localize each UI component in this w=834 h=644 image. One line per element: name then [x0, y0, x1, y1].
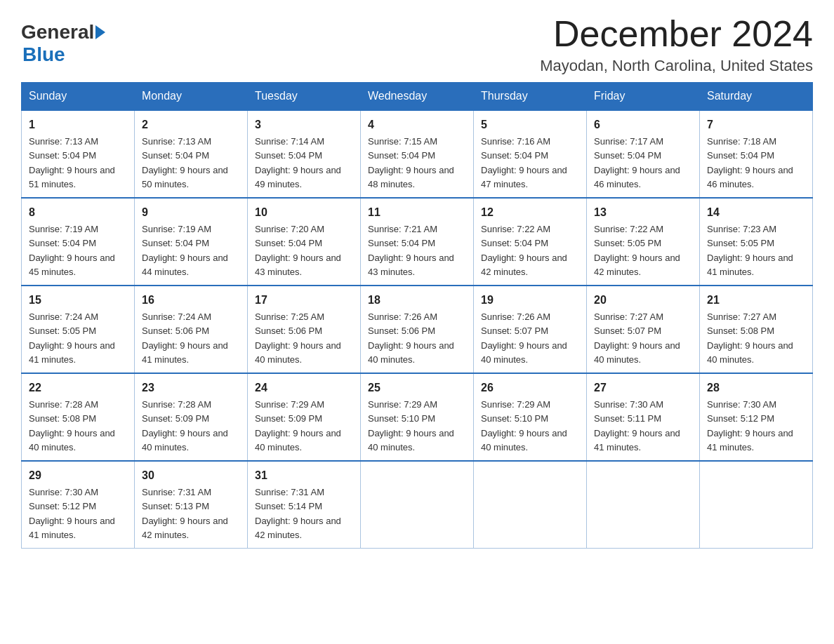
calendar-day-cell: 28 Sunrise: 7:30 AMSunset: 5:12 PMDaylig… — [700, 373, 813, 461]
calendar-day-cell: 29 Sunrise: 7:30 AMSunset: 5:12 PMDaylig… — [22, 461, 135, 549]
day-number: 14 — [707, 204, 805, 221]
calendar-day-cell: 17 Sunrise: 7:25 AMSunset: 5:06 PMDaylig… — [248, 286, 361, 373]
calendar-empty-cell — [361, 461, 474, 549]
calendar-day-cell: 3 Sunrise: 7:14 AMSunset: 5:04 PMDayligh… — [248, 110, 361, 198]
calendar-day-cell: 27 Sunrise: 7:30 AMSunset: 5:11 PMDaylig… — [587, 373, 700, 461]
day-number: 21 — [707, 292, 805, 309]
calendar-day-cell: 6 Sunrise: 7:17 AMSunset: 5:04 PMDayligh… — [587, 110, 700, 198]
day-info: Sunrise: 7:24 AMSunset: 5:05 PMDaylight:… — [29, 311, 115, 365]
location-subtitle: Mayodan, North Carolina, United States — [540, 57, 813, 75]
calendar-day-cell: 23 Sunrise: 7:28 AMSunset: 5:09 PMDaylig… — [135, 373, 248, 461]
day-number: 28 — [707, 380, 805, 396]
day-info: Sunrise: 7:22 AMSunset: 5:05 PMDaylight:… — [594, 224, 680, 277]
day-number: 17 — [255, 292, 353, 309]
day-info: Sunrise: 7:16 AMSunset: 5:04 PMDaylight:… — [481, 136, 567, 189]
day-info: Sunrise: 7:29 AMSunset: 5:09 PMDaylight:… — [255, 399, 341, 452]
calendar-day-cell: 30 Sunrise: 7:31 AMSunset: 5:13 PMDaylig… — [135, 461, 248, 549]
day-number: 22 — [29, 380, 127, 396]
day-info: Sunrise: 7:28 AMSunset: 5:08 PMDaylight:… — [29, 399, 115, 452]
header-monday: Monday — [135, 83, 248, 111]
calendar-day-cell: 26 Sunrise: 7:29 AMSunset: 5:10 PMDaylig… — [474, 373, 587, 461]
header-saturday: Saturday — [700, 83, 813, 111]
day-info: Sunrise: 7:31 AMSunset: 5:13 PMDaylight:… — [142, 487, 228, 540]
day-number: 7 — [707, 116, 805, 133]
calendar-day-cell: 19 Sunrise: 7:26 AMSunset: 5:07 PMDaylig… — [474, 286, 587, 373]
header-thursday: Thursday — [474, 83, 587, 111]
day-number: 27 — [594, 380, 692, 396]
calendar-week-row: 15 Sunrise: 7:24 AMSunset: 5:05 PMDaylig… — [22, 286, 813, 373]
calendar-day-cell: 13 Sunrise: 7:22 AMSunset: 5:05 PMDaylig… — [587, 198, 700, 286]
calendar-day-cell: 18 Sunrise: 7:26 AMSunset: 5:06 PMDaylig… — [361, 286, 474, 373]
calendar-empty-cell — [700, 461, 813, 549]
calendar-day-cell: 12 Sunrise: 7:22 AMSunset: 5:04 PMDaylig… — [474, 198, 587, 286]
day-number: 31 — [255, 467, 353, 484]
day-info: Sunrise: 7:29 AMSunset: 5:10 PMDaylight:… — [481, 399, 567, 452]
calendar-day-cell: 14 Sunrise: 7:23 AMSunset: 5:05 PMDaylig… — [700, 198, 813, 286]
day-number: 9 — [142, 204, 240, 221]
day-number: 25 — [368, 380, 466, 396]
day-info: Sunrise: 7:30 AMSunset: 5:11 PMDaylight:… — [594, 399, 680, 452]
day-number: 30 — [142, 467, 240, 484]
day-info: Sunrise: 7:27 AMSunset: 5:07 PMDaylight:… — [594, 311, 680, 365]
day-info: Sunrise: 7:28 AMSunset: 5:09 PMDaylight:… — [142, 399, 228, 452]
day-number: 2 — [142, 116, 240, 133]
day-number: 8 — [29, 204, 127, 221]
calendar-day-cell: 11 Sunrise: 7:21 AMSunset: 5:04 PMDaylig… — [361, 198, 474, 286]
day-number: 12 — [481, 204, 579, 221]
calendar-day-cell: 16 Sunrise: 7:24 AMSunset: 5:06 PMDaylig… — [135, 286, 248, 373]
day-number: 18 — [368, 292, 466, 309]
day-info: Sunrise: 7:23 AMSunset: 5:05 PMDaylight:… — [707, 224, 793, 277]
calendar-day-cell: 8 Sunrise: 7:19 AMSunset: 5:04 PMDayligh… — [22, 198, 135, 286]
day-number: 1 — [29, 116, 127, 133]
day-info: Sunrise: 7:27 AMSunset: 5:08 PMDaylight:… — [707, 311, 793, 365]
calendar-empty-cell — [474, 461, 587, 549]
day-info: Sunrise: 7:18 AMSunset: 5:04 PMDaylight:… — [707, 136, 793, 189]
day-number: 11 — [368, 204, 466, 221]
calendar-day-cell: 9 Sunrise: 7:19 AMSunset: 5:04 PMDayligh… — [135, 198, 248, 286]
day-info: Sunrise: 7:20 AMSunset: 5:04 PMDaylight:… — [255, 224, 341, 277]
calendar-day-cell: 25 Sunrise: 7:29 AMSunset: 5:10 PMDaylig… — [361, 373, 474, 461]
logo-blue-text: Blue — [22, 43, 65, 65]
day-number: 13 — [594, 204, 692, 221]
calendar-week-row: 29 Sunrise: 7:30 AMSunset: 5:12 PMDaylig… — [22, 461, 813, 549]
calendar-day-cell: 10 Sunrise: 7:20 AMSunset: 5:04 PMDaylig… — [248, 198, 361, 286]
day-number: 19 — [481, 292, 579, 309]
day-info: Sunrise: 7:30 AMSunset: 5:12 PMDaylight:… — [707, 399, 793, 452]
title-area: December 2024 Mayodan, North Carolina, U… — [540, 14, 813, 75]
day-number: 15 — [29, 292, 127, 309]
calendar-day-cell: 21 Sunrise: 7:27 AMSunset: 5:08 PMDaylig… — [700, 286, 813, 373]
calendar-day-cell: 1 Sunrise: 7:13 AMSunset: 5:04 PMDayligh… — [22, 110, 135, 198]
header-sunday: Sunday — [22, 83, 135, 111]
calendar-day-cell: 5 Sunrise: 7:16 AMSunset: 5:04 PMDayligh… — [474, 110, 587, 198]
day-number: 3 — [255, 116, 353, 133]
calendar-table: SundayMondayTuesdayWednesdayThursdayFrid… — [21, 82, 813, 549]
calendar-day-cell: 4 Sunrise: 7:15 AMSunset: 5:04 PMDayligh… — [361, 110, 474, 198]
header-friday: Friday — [587, 83, 700, 111]
day-info: Sunrise: 7:30 AMSunset: 5:12 PMDaylight:… — [29, 487, 115, 540]
calendar-day-cell: 15 Sunrise: 7:24 AMSunset: 5:05 PMDaylig… — [22, 286, 135, 373]
day-info: Sunrise: 7:15 AMSunset: 5:04 PMDaylight:… — [368, 136, 454, 189]
day-info: Sunrise: 7:29 AMSunset: 5:10 PMDaylight:… — [368, 399, 454, 452]
day-number: 24 — [255, 380, 353, 396]
month-title: December 2024 — [540, 14, 813, 54]
day-info: Sunrise: 7:17 AMSunset: 5:04 PMDaylight:… — [594, 136, 680, 189]
day-number: 16 — [142, 292, 240, 309]
page-header: General Blue December 2024 Mayodan, Nort… — [21, 14, 813, 75]
calendar-day-cell: 2 Sunrise: 7:13 AMSunset: 5:04 PMDayligh… — [135, 110, 248, 198]
day-number: 29 — [29, 467, 127, 484]
day-info: Sunrise: 7:13 AMSunset: 5:04 PMDaylight:… — [142, 136, 228, 189]
day-info: Sunrise: 7:19 AMSunset: 5:04 PMDaylight:… — [29, 224, 115, 277]
day-number: 26 — [481, 380, 579, 396]
logo-arrow-icon — [95, 25, 105, 39]
logo-general-text: General — [21, 21, 94, 43]
day-info: Sunrise: 7:25 AMSunset: 5:06 PMDaylight:… — [255, 311, 341, 365]
day-info: Sunrise: 7:26 AMSunset: 5:07 PMDaylight:… — [481, 311, 567, 365]
day-number: 10 — [255, 204, 353, 221]
calendar-day-cell: 20 Sunrise: 7:27 AMSunset: 5:07 PMDaylig… — [587, 286, 700, 373]
day-number: 20 — [594, 292, 692, 309]
calendar-day-cell: 22 Sunrise: 7:28 AMSunset: 5:08 PMDaylig… — [22, 373, 135, 461]
calendar-week-row: 1 Sunrise: 7:13 AMSunset: 5:04 PMDayligh… — [22, 110, 813, 198]
day-info: Sunrise: 7:21 AMSunset: 5:04 PMDaylight:… — [368, 224, 454, 277]
calendar-week-row: 8 Sunrise: 7:19 AMSunset: 5:04 PMDayligh… — [22, 198, 813, 286]
day-number: 5 — [481, 116, 579, 133]
